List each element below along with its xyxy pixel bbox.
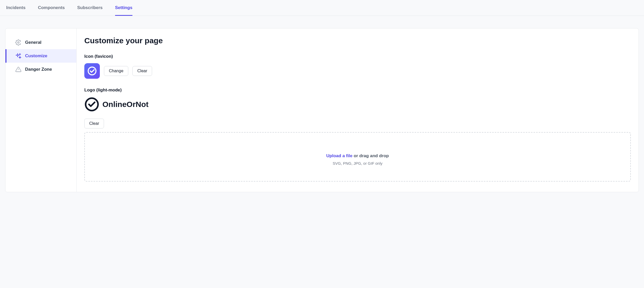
check-circle-icon bbox=[87, 66, 97, 76]
content-area: Customize your page Icon (favicon) Chang… bbox=[77, 28, 639, 192]
dropzone-text: Upload a file or drag and drop bbox=[90, 153, 625, 159]
favicon-preview bbox=[84, 63, 100, 79]
sidebar-item-customize[interactable]: Customize bbox=[5, 49, 76, 63]
sidebar-item-label: Danger Zone bbox=[25, 67, 52, 72]
warning-icon bbox=[15, 66, 21, 73]
page-title: Customize your page bbox=[84, 36, 631, 45]
logo-label: Logo (light-mode) bbox=[84, 88, 631, 93]
tab-subscribers[interactable]: Subscribers bbox=[77, 5, 103, 16]
sparkles-icon bbox=[15, 53, 21, 59]
upload-file-link[interactable]: Upload a file bbox=[326, 153, 353, 158]
sidebar-item-label: Customize bbox=[25, 53, 47, 59]
check-circle-icon bbox=[84, 97, 99, 112]
svg-point-3 bbox=[88, 67, 96, 75]
settings-sidebar: General Customize Danger Zone bbox=[5, 28, 77, 192]
change-favicon-button[interactable]: Change bbox=[104, 66, 128, 76]
logo-upload-dropzone[interactable]: Upload a file or drag and drop SVG, PNG,… bbox=[84, 132, 631, 182]
favicon-label: Icon (favicon) bbox=[84, 54, 631, 59]
dropzone-drag-text: or drag and drop bbox=[353, 153, 389, 158]
dropzone-hint: SVG, PNG, JPG, or GIF only bbox=[90, 161, 625, 165]
sidebar-item-label: General bbox=[25, 40, 41, 45]
svg-point-0 bbox=[18, 42, 19, 43]
sidebar-item-danger-zone[interactable]: Danger Zone bbox=[5, 63, 76, 76]
favicon-row: Change Clear bbox=[84, 63, 631, 79]
logo-brand-text: OnlineOrNot bbox=[102, 100, 148, 109]
tab-settings[interactable]: Settings bbox=[115, 5, 132, 16]
gear-icon bbox=[15, 39, 21, 46]
tab-components[interactable]: Components bbox=[38, 5, 65, 16]
sidebar-item-general[interactable]: General bbox=[5, 36, 76, 49]
clear-logo-button[interactable]: Clear bbox=[84, 119, 104, 128]
main-panel: General Customize Danger Zone bbox=[5, 28, 639, 192]
top-tabs: Incidents Components Subscribers Setting… bbox=[0, 0, 644, 16]
tab-incidents[interactable]: Incidents bbox=[6, 5, 26, 16]
logo-preview: OnlineOrNot bbox=[84, 97, 631, 112]
clear-favicon-button[interactable]: Clear bbox=[132, 66, 152, 76]
